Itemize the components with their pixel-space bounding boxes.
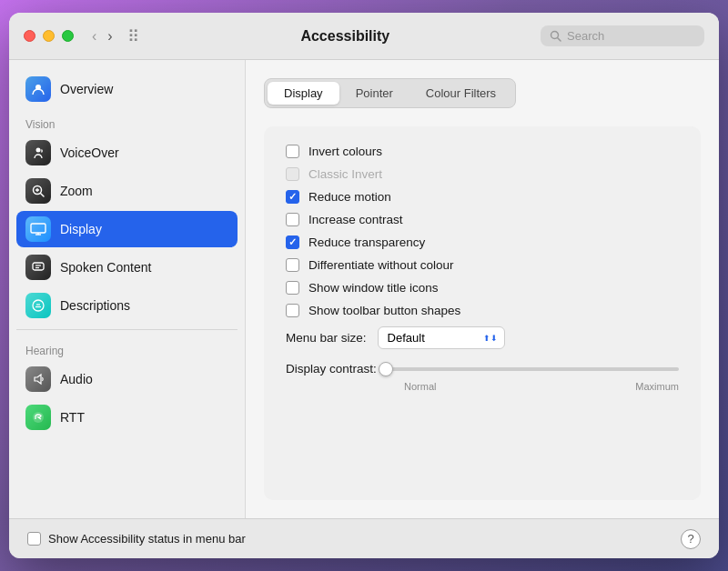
sidebar-item-label: Zoom [60, 184, 93, 198]
svg-line-5 [41, 194, 45, 197]
sidebar-item-zoom[interactable]: Zoom [16, 173, 238, 209]
svg-point-14 [33, 300, 44, 311]
display-contrast-row: Display contrast: Normal Maximum [286, 362, 679, 392]
sidebar-item-spoken-content[interactable]: Spoken Content [16, 249, 238, 286]
minimize-button[interactable] [43, 30, 55, 42]
slider-max-label: Maximum [635, 381, 679, 392]
main-panel: Display Pointer Colour Filters Invert co… [246, 60, 719, 518]
sidebar-item-audio[interactable]: Audio [16, 361, 238, 397]
reduce-transparency-row: Reduce transparency [286, 235, 679, 249]
search-box[interactable]: Search [541, 25, 704, 46]
maximize-button[interactable] [62, 30, 74, 42]
tab-pointer[interactable]: Pointer [339, 82, 410, 105]
show-toolbar-button-shapes-row: Show toolbar button shapes [286, 304, 679, 317]
menu-bar-size-select[interactable]: Default Small Medium Large [378, 326, 505, 349]
status-in-menu-bar-row: Show Accessibility status in menu bar [27, 532, 246, 546]
close-button[interactable] [24, 30, 35, 42]
sidebar-item-label: VoiceOver [60, 145, 119, 160]
svg-point-3 [36, 148, 41, 153]
vision-section-label: Vision [16, 109, 238, 135]
sidebar-item-label: Descriptions [60, 298, 130, 313]
show-window-title-icons-row: Show window title icons [286, 281, 679, 295]
reduce-transparency-label: Reduce transparency [308, 235, 425, 249]
menu-bar-size-row: Menu bar size: Default Small Medium Larg… [286, 326, 679, 349]
sidebar-item-label: Spoken Content [60, 260, 151, 275]
rtt-icon [25, 405, 51, 430]
sidebar-item-overview[interactable]: Overview [16, 71, 238, 107]
titlebar: ‹ › ⠿ Accessibility Search [9, 13, 719, 60]
status-in-menu-bar-checkbox[interactable] [27, 532, 41, 546]
help-button[interactable]: ? [681, 529, 701, 549]
overview-icon [25, 76, 51, 102]
display-icon [25, 216, 51, 242]
sidebar-item-voiceover[interactable]: VoiceOver [16, 135, 238, 171]
svg-line-1 [558, 38, 561, 42]
forward-button[interactable]: › [104, 26, 116, 46]
sidebar: Overview Vision VoiceOver [9, 60, 246, 518]
display-contrast-label: Display contrast: [286, 362, 377, 376]
reduce-transparency-checkbox[interactable] [286, 235, 299, 249]
hearing-section-label: Hearing [16, 336, 238, 361]
sidebar-item-label: Overview [60, 82, 113, 96]
sidebar-item-rtt[interactable]: RTT [16, 399, 238, 436]
increase-contrast-row: Increase contrast [286, 213, 679, 226]
app-window: ‹ › ⠿ Accessibility Search [9, 13, 719, 558]
sidebar-item-label: RTT [60, 410, 85, 425]
status-in-menu-bar-label: Show Accessibility status in menu bar [48, 532, 246, 546]
classic-invert-checkbox[interactable] [286, 167, 299, 181]
differentiate-without-colour-row: Differentiate without colour [286, 258, 679, 272]
sidebar-item-label: Audio [60, 372, 93, 386]
menu-bar-size-label: Menu bar size: [286, 331, 367, 345]
increase-contrast-checkbox[interactable] [286, 213, 299, 226]
traffic-lights [24, 30, 74, 42]
sidebar-item-label: Display [60, 222, 102, 236]
audio-icon [25, 366, 51, 392]
invert-colours-label: Invert colours [308, 145, 382, 158]
classic-invert-label: Classic Invert [308, 167, 382, 181]
spoken-content-icon [25, 255, 51, 280]
reduce-motion-checkbox[interactable] [286, 190, 299, 204]
zoom-icon [25, 178, 51, 204]
differentiate-without-colour-label: Differentiate without colour [308, 258, 454, 272]
svg-rect-11 [33, 263, 44, 270]
search-placeholder: Search [567, 29, 604, 43]
display-contrast-slider-track [386, 367, 679, 371]
back-button[interactable]: ‹ [88, 26, 100, 46]
tab-display[interactable]: Display [268, 82, 339, 105]
classic-invert-row: Classic Invert [286, 167, 679, 181]
sidebar-item-descriptions[interactable]: Descriptions [16, 287, 238, 324]
menu-bar-size-select-wrapper: Default Small Medium Large [378, 326, 505, 349]
settings-panel: Invert colours Classic Invert Reduce mot… [264, 126, 701, 500]
tab-colour-filters[interactable]: Colour Filters [410, 82, 512, 105]
differentiate-without-colour-checkbox[interactable] [286, 258, 299, 272]
voiceover-icon [25, 140, 51, 165]
grid-icon: ⠿ [127, 26, 139, 46]
tabs-bar: Display Pointer Colour Filters [264, 78, 516, 108]
reduce-motion-row: Reduce motion [286, 190, 679, 204]
slider-labels: Normal Maximum [286, 381, 679, 392]
display-contrast-slider-thumb[interactable] [379, 362, 393, 376]
bottom-bar: Show Accessibility status in menu bar ? [9, 518, 719, 558]
search-icon [550, 30, 561, 42]
show-toolbar-button-shapes-checkbox[interactable] [286, 304, 299, 317]
main-content: Overview Vision VoiceOver [9, 60, 719, 518]
invert-colours-checkbox[interactable] [286, 145, 299, 158]
show-toolbar-button-shapes-label: Show toolbar button shapes [308, 304, 460, 317]
window-title: Accessibility [150, 28, 541, 45]
svg-rect-8 [31, 224, 46, 233]
slider-min-label: Normal [404, 381, 436, 392]
show-window-title-icons-label: Show window title icons [308, 281, 439, 295]
invert-colours-row: Invert colours [286, 145, 679, 158]
descriptions-icon [25, 293, 51, 318]
reduce-motion-label: Reduce motion [308, 190, 391, 204]
nav-buttons: ‹ › [88, 26, 116, 46]
increase-contrast-label: Increase contrast [308, 213, 403, 226]
show-window-title-icons-checkbox[interactable] [286, 281, 299, 295]
sidebar-item-display[interactable]: Display [16, 211, 238, 247]
